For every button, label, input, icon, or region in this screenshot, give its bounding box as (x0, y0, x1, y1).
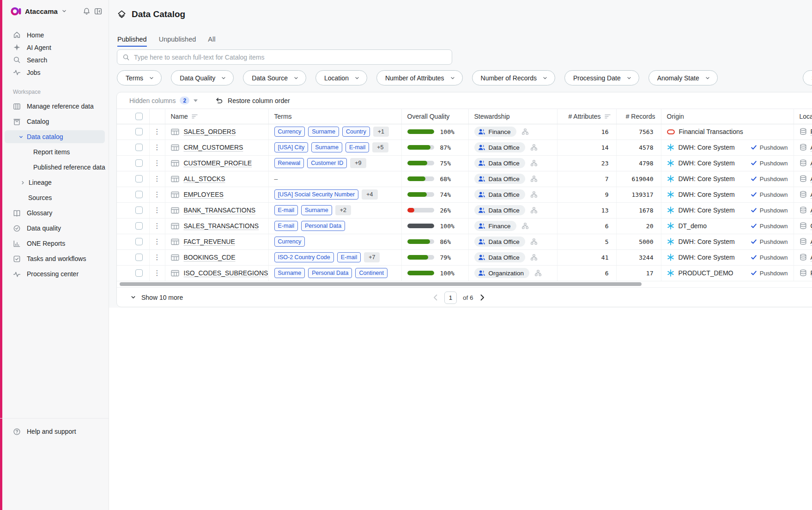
filter-number-of-attributes[interactable]: Number of Attributes (376, 70, 463, 85)
steward-chip[interactable]: Data Office (474, 252, 525, 262)
row-checkbox[interactable] (135, 175, 143, 182)
location-partial[interactable]: A (811, 191, 812, 198)
steward-chip[interactable]: Data Office (474, 205, 525, 215)
location-partial[interactable]: C (811, 222, 812, 230)
term-chip[interactable]: Country (342, 127, 370, 137)
term-chip[interactable]: E-mail (337, 252, 361, 262)
more-terms-chip[interactable]: +4 (362, 189, 377, 200)
term-chip[interactable]: Personal Data (301, 221, 345, 231)
term-chip[interactable]: Surname (308, 127, 339, 137)
select-all-checkbox[interactable] (135, 113, 143, 120)
term-chip[interactable]: Surname (311, 142, 342, 152)
hierarchy-icon[interactable] (531, 254, 537, 261)
filter-processing-date[interactable]: Processing Date (564, 70, 639, 85)
sidebar-item-manage-reference-data[interactable]: Manage reference data (0, 100, 109, 113)
hidden-columns-dropdown[interactable]: Hidden columns 2 (129, 97, 198, 104)
origin-link[interactable]: DWH: Core System (679, 191, 735, 198)
notifications-bell-icon[interactable] (83, 7, 91, 15)
more-terms-chip[interactable]: +7 (364, 252, 380, 262)
sidebar-item-data-catalog[interactable]: Data catalog (5, 130, 105, 143)
location-partial[interactable]: F (811, 128, 812, 135)
term-chip[interactable]: Continent (355, 268, 388, 278)
more-terms-chip[interactable]: +9 (350, 158, 366, 168)
column-header-name[interactable]: Name (165, 109, 268, 124)
term-chip[interactable]: Personal Data (308, 268, 352, 278)
show-more-button[interactable]: Show 10 more (130, 294, 183, 301)
term-chip[interactable]: Customer ID (307, 158, 347, 168)
catalog-item-link[interactable]: SALES_TRANSACTIONS (184, 222, 259, 230)
origin-link[interactable]: DWH: Core System (679, 144, 735, 151)
sidebar-item-sources[interactable]: Sources (0, 191, 109, 204)
tab-unpublished[interactable]: Unpublished (159, 36, 196, 47)
sidebar-item-jobs[interactable]: Jobs (0, 66, 109, 79)
sidebar-item-glossary[interactable]: Glossary (0, 206, 109, 219)
row-menu-button[interactable]: ⋮ (154, 269, 161, 277)
column-header-terms[interactable]: Terms (268, 109, 401, 124)
row-menu-button[interactable]: ⋮ (154, 175, 161, 182)
hierarchy-icon[interactable] (531, 160, 537, 166)
row-checkbox[interactable] (135, 206, 143, 214)
row-menu-button[interactable]: ⋮ (154, 253, 161, 261)
steward-chip[interactable]: Data Office (474, 237, 525, 247)
row-checkbox[interactable] (135, 238, 143, 245)
filter-anomaly-state[interactable]: Anomaly State (648, 70, 718, 85)
catalog-item-link[interactable]: BANK_TRANSACTIONS (184, 206, 256, 214)
tab-published[interactable]: Published (117, 36, 147, 47)
location-partial[interactable]: A (811, 206, 812, 214)
scrollbar-thumb[interactable] (120, 282, 642, 286)
steward-chip[interactable]: Finance (474, 127, 516, 137)
term-chip[interactable]: Surname (274, 268, 305, 278)
origin-link[interactable]: PRODUCT_DEMO (679, 269, 733, 277)
sidebar-item-tasks-and-workflows[interactable]: Tasks and workflows (0, 252, 109, 265)
steward-chip[interactable]: Data Office (474, 174, 525, 184)
origin-link[interactable]: DWH: Core System (679, 206, 735, 214)
catalog-item-link[interactable]: CRM_CUSTOMERS (184, 144, 243, 151)
sidebar-item-catalog[interactable]: Catalog (0, 115, 109, 128)
steward-chip[interactable]: Data Office (474, 142, 525, 152)
hierarchy-icon[interactable] (535, 270, 541, 276)
term-chip[interactable]: E-mail (274, 221, 298, 231)
term-chip[interactable]: Currency (274, 127, 305, 137)
catalog-item-link[interactable]: ALL_STOCKS (184, 175, 225, 182)
term-chip[interactable]: Surname (301, 205, 332, 215)
next-page-button[interactable] (479, 293, 485, 302)
catalog-item-link[interactable]: SALES_ORDERS (184, 128, 236, 135)
hierarchy-icon[interactable] (522, 223, 528, 229)
sidebar-item-published-reference-data[interactable]: Published reference data (0, 161, 109, 174)
location-partial[interactable]: A (811, 144, 812, 151)
hierarchy-icon[interactable] (531, 238, 537, 245)
steward-chip[interactable]: Data Office (474, 189, 525, 200)
row-checkbox[interactable] (135, 254, 143, 261)
column-header-overall-quality[interactable]: Overall Quality (401, 109, 468, 124)
sidebar-item-search[interactable]: Search (0, 54, 109, 66)
more-terms-chip[interactable]: +2 (335, 205, 351, 215)
term-chip[interactable]: E-mail (274, 205, 298, 215)
filter-terms[interactable]: Terms (117, 70, 162, 85)
hierarchy-icon[interactable] (531, 207, 537, 213)
catalog-item-link[interactable]: ISO_CODES_SUBREGIONS (184, 269, 268, 277)
term-chip[interactable]: ISO-2 Country Code (274, 252, 334, 262)
sidebar-item-home[interactable]: Home (0, 29, 109, 41)
more-terms-chip[interactable]: +5 (372, 142, 388, 152)
location-partial[interactable]: P (811, 269, 812, 277)
column-header-records[interactable]: # Records (616, 109, 661, 124)
catalog-item-link[interactable]: EMPLOYEES (184, 191, 224, 198)
row-checkbox[interactable] (135, 144, 143, 151)
catalog-item-link[interactable]: BOOKINGS_CDE (184, 254, 236, 261)
filter-number-of-records[interactable]: Number of Records (472, 70, 555, 85)
row-menu-button[interactable]: ⋮ (154, 190, 161, 198)
column-header-origin[interactable]: Origin (661, 109, 794, 124)
restore-column-order-button[interactable]: Restore column order (215, 97, 290, 104)
row-checkbox[interactable] (135, 128, 143, 135)
origin-link[interactable]: DWH: Core System (679, 254, 735, 261)
origin-link[interactable]: DWH: Core System (679, 159, 735, 167)
column-header-location[interactable]: Location (794, 109, 812, 124)
previous-page-button[interactable] (432, 293, 438, 302)
location-partial[interactable]: A (811, 254, 812, 261)
sidebar-item-report-items[interactable]: Report items (0, 146, 109, 158)
filter-location[interactable]: Location (315, 70, 367, 85)
catalog-item-link[interactable]: CUSTOMER_PROFILE (184, 159, 252, 167)
more-terms-chip[interactable]: +1 (373, 127, 389, 137)
row-checkbox[interactable] (135, 159, 143, 167)
steward-chip[interactable]: Data Office (474, 158, 525, 168)
